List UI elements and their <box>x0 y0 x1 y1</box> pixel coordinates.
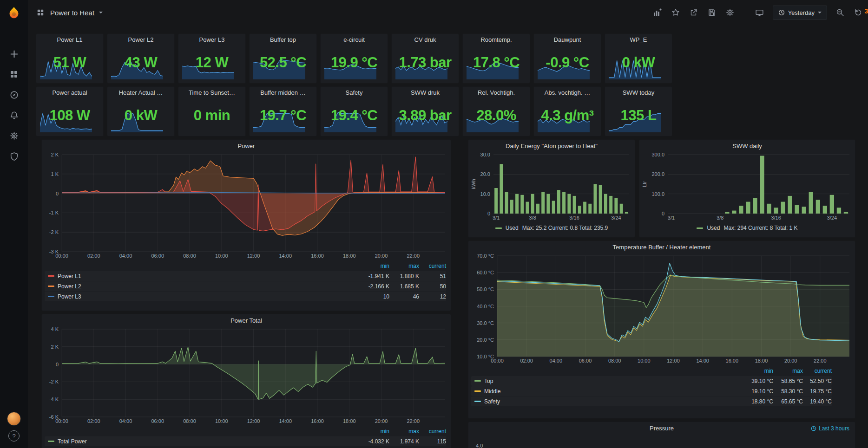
caret-down-icon[interactable] <box>99 12 103 13</box>
legend-series-name[interactable]: Power L2 <box>45 283 360 290</box>
stat-value: 17.8 °C <box>463 54 530 71</box>
alerting-bell-icon[interactable] <box>4 106 24 124</box>
legend-series-name[interactable]: Used <box>506 225 519 231</box>
stat-title[interactable]: Buffer midden … <box>250 89 316 96</box>
stat-panel[interactable]: Power L312 W <box>178 33 246 84</box>
legend-header-min[interactable]: min <box>360 263 389 269</box>
legend-value: 1.685 K <box>389 283 419 290</box>
stat-title[interactable]: Time to Sunset… <box>179 89 244 96</box>
stat-panel[interactable]: Time to Sunset…0 min <box>178 86 246 136</box>
dashboards-icon[interactable] <box>4 65 24 84</box>
save-icon[interactable] <box>707 7 717 18</box>
dashboard-title-group[interactable]: Power to Heat <box>35 7 103 18</box>
settings-gear-icon[interactable] <box>725 7 735 18</box>
stat-panel[interactable]: Dauwpunt-0.9 °C <box>533 33 601 84</box>
stat-title[interactable]: Power actual <box>37 89 102 96</box>
panel-header[interactable]: SWW daily <box>639 140 855 152</box>
help-icon[interactable]: ? <box>8 430 20 442</box>
stat-title[interactable]: SWW today <box>606 89 671 96</box>
stat-panel[interactable]: Buffer midden …19.7 °C <box>249 86 317 136</box>
stat-panel[interactable]: WP_E0 kW <box>605 33 672 84</box>
stat-title[interactable]: Power L1 <box>37 36 102 43</box>
legend-series-name[interactable]: Safety <box>471 398 743 405</box>
create-plus-icon[interactable] <box>4 45 24 63</box>
stat-panel[interactable]: CV druk1.73 bar <box>391 33 459 84</box>
svg-text:18:00: 18:00 <box>755 358 768 364</box>
settings-gear-icon[interactable] <box>4 126 24 145</box>
stat-panel[interactable]: SWW druk3.89 bar <box>391 86 459 136</box>
stat-panel[interactable]: Abs. vochtigh. …4.3 g/m³ <box>533 86 601 136</box>
time-range-link[interactable]: Last 3 hours <box>811 425 849 432</box>
stat-title[interactable]: Power L3 <box>179 36 244 43</box>
legend-header-max[interactable]: max <box>773 368 803 374</box>
stat-title[interactable]: Rel. Vochtigh. <box>464 89 529 96</box>
share-icon[interactable] <box>689 7 699 18</box>
panel-header[interactable]: Pressure <box>468 422 855 434</box>
temperature-chart[interactable]: 00:0002:0004:0006:0008:0010:0012:0014:00… <box>471 253 852 364</box>
panel-power-total: Power Total 00:0002:0004:0006:0008:0010:… <box>41 314 451 448</box>
legend-header-max[interactable]: max <box>389 263 419 269</box>
stat-panel[interactable]: e-circuit19.9 °C <box>320 33 388 84</box>
shield-icon[interactable] <box>4 147 24 165</box>
panel-header[interactable]: Power Total <box>42 314 451 326</box>
legend-series-name[interactable]: Middle <box>471 388 743 395</box>
refresh-icon[interactable] <box>853 7 863 18</box>
star-icon[interactable] <box>671 7 681 18</box>
svg-text:18:00: 18:00 <box>343 253 356 259</box>
stat-panel[interactable]: Heater Actual …0 kW <box>107 86 175 136</box>
legend-header-current[interactable]: current <box>419 428 446 435</box>
stat-title[interactable]: Dauwpunt <box>535 36 600 43</box>
stat-title[interactable]: Power L2 <box>108 36 173 43</box>
legend-header-current[interactable]: current <box>803 368 832 374</box>
time-picker[interactable]: Yesterday <box>773 6 827 19</box>
legend-series-name[interactable]: Used <box>707 225 720 231</box>
legend-header-max[interactable]: max <box>389 428 419 435</box>
stat-title[interactable]: CV druk <box>393 36 458 43</box>
panel-header[interactable]: Power <box>42 140 451 152</box>
sww-daily-chart[interactable]: 300.0200.0100.00Ltr3/13/83/163/24 <box>641 152 853 221</box>
stat-panel[interactable]: Power L151 W <box>36 33 104 84</box>
power-chart[interactable]: 00:0002:0004:0006:0008:0010:0012:0014:00… <box>45 152 448 260</box>
stat-panel[interactable]: Rel. Vochtigh.28.0% <box>462 86 530 136</box>
grafana-logo[interactable] <box>5 4 23 22</box>
stat-panel[interactable]: Safety19.4 °C <box>320 86 388 136</box>
add-panel-icon[interactable] <box>652 7 663 18</box>
legend-series-name[interactable]: Top <box>471 378 743 384</box>
legend-row: Power L2-2.166 K1.685 K50 <box>45 281 446 291</box>
explore-compass-icon[interactable] <box>4 85 24 104</box>
stat-panel[interactable]: Buffer top52.5 °C <box>249 33 317 84</box>
stat-title[interactable]: Abs. vochtigh. … <box>535 89 600 96</box>
refresh-interval-fragment[interactable]: 30 <box>864 7 868 15</box>
stat-title[interactable]: SWW druk <box>393 89 458 96</box>
temperature-legend: minmaxcurrentTop39.10 °C58.65 °C52.50 °C… <box>468 366 855 406</box>
stat-title[interactable]: e-circuit <box>322 36 387 43</box>
stat-panel[interactable]: Power actual108 W <box>36 86 104 136</box>
stat-panel[interactable]: SWW today135 L <box>605 86 672 136</box>
legend-series-name[interactable]: Power L1 <box>45 273 360 279</box>
stat-title[interactable]: Buffer top <box>250 36 316 43</box>
stat-title[interactable]: Roomtemp. <box>464 36 529 43</box>
legend-series-name[interactable]: Total Power <box>45 438 360 445</box>
legend-series-name[interactable]: Power L3 <box>45 293 360 300</box>
stat-title[interactable]: Safety <box>322 89 387 96</box>
svg-text:22:00: 22:00 <box>407 418 420 424</box>
stat-panel[interactable]: Power L243 W <box>107 33 175 84</box>
legend-header-min[interactable]: min <box>743 368 773 374</box>
svg-text:16:00: 16:00 <box>311 418 324 424</box>
legend-header-current[interactable]: current <box>419 263 446 269</box>
stat-title[interactable]: Heater Actual … <box>108 89 173 96</box>
cycle-view-icon[interactable] <box>755 7 765 18</box>
legend-header-min[interactable]: min <box>360 428 389 435</box>
user-avatar[interactable] <box>7 412 21 426</box>
zoom-out-icon[interactable] <box>835 7 845 18</box>
stat-panel[interactable]: Roomtemp.17.8 °C <box>462 33 530 84</box>
svg-text:3/1: 3/1 <box>493 215 500 221</box>
power-total-chart[interactable]: 00:0002:0004:0006:0008:0010:0012:0014:00… <box>45 326 448 425</box>
daily-energy-chart[interactable]: 30.020.010.00kWh3/13/83/163/24 <box>470 152 633 221</box>
panel-header[interactable]: Temperature Buffer / Heater element <box>468 241 855 253</box>
svg-text:Ltr: Ltr <box>642 181 647 187</box>
svg-text:20:00: 20:00 <box>375 418 388 424</box>
dashboard-title[interactable]: Power to Heat <box>50 9 94 17</box>
panel-header[interactable]: Daily Energy "Aton power to Heat" <box>468 140 635 152</box>
stat-title[interactable]: WP_E <box>606 36 671 43</box>
